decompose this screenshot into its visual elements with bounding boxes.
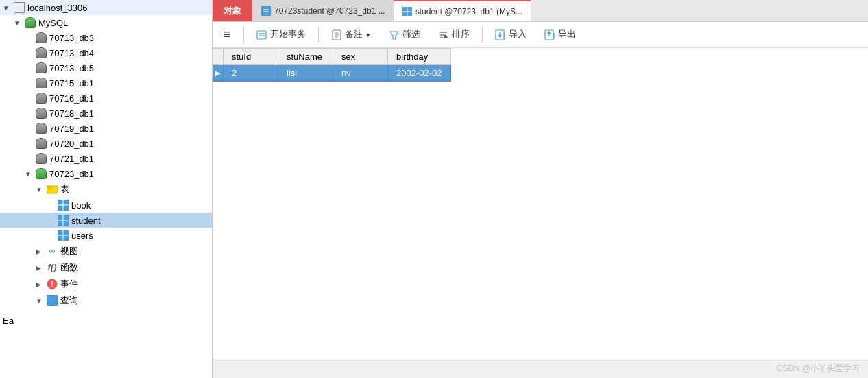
sort-label: 排序 xyxy=(452,29,470,40)
bottom-label: Ea xyxy=(3,316,14,326)
db-icon xyxy=(36,47,47,58)
db-icon xyxy=(36,153,47,164)
db-label: 70713_db3 xyxy=(49,33,94,43)
begin-tx-label: 开始事务 xyxy=(270,29,306,40)
views-label: 视图 xyxy=(60,245,78,257)
sort-button[interactable]: 排序 xyxy=(433,27,475,43)
cell-stuid[interactable]: 2 xyxy=(224,65,278,82)
db-label: 70720_db1 xyxy=(49,139,94,149)
db-label: 70716_db1 xyxy=(49,93,94,104)
sidebar-item-70716_db1[interactable]: ▶ 70716_db1 xyxy=(0,91,212,106)
db-label: 70713_db5 xyxy=(49,63,94,73)
arrow-icon: ▶ xyxy=(36,281,45,288)
sidebar-item-70720_db1[interactable]: ▶ 70720_db1 xyxy=(0,136,212,151)
table-tab-icon xyxy=(402,7,412,16)
sidebar-item-70713_db4[interactable]: ▶ 70713_db4 xyxy=(0,45,212,60)
export-button[interactable]: 导出 xyxy=(539,27,581,43)
sidebar-item-70719_db1[interactable]: ▶ 70719_db1 xyxy=(0,121,212,136)
separator-3 xyxy=(482,27,483,43)
col-sex-header: sex xyxy=(333,49,388,65)
svg-marker-34 xyxy=(498,35,502,38)
tab-query[interactable]: 70723student @70723_db1 ... xyxy=(253,0,394,21)
sidebar: ▼ localhost_3306 ▼ MySQL ▶ 70713_db3 ▶ 7… xyxy=(0,0,213,378)
sidebar-item-70713_db5[interactable]: ▶ 70713_db5 xyxy=(0,60,212,75)
export-label: 导出 xyxy=(558,29,576,40)
table-icon xyxy=(58,230,69,241)
import-button[interactable]: 导入 xyxy=(490,27,532,43)
arrow-icon: ▼ xyxy=(25,170,34,178)
tabs-bar: 对象 70723student @70723_db1 ... student @… xyxy=(213,0,868,22)
sidebar-item-server[interactable]: ▼ localhost_3306 xyxy=(0,0,212,15)
events-icon: ! xyxy=(47,279,58,290)
cell-sex[interactable]: nv xyxy=(333,65,388,82)
bottom-bar: CSDN @小丫头爱学习 xyxy=(213,359,868,378)
sidebar-item-funcs-folder[interactable]: ▶ f() 函数 xyxy=(0,259,212,276)
note-dropdown-icon: ▼ xyxy=(365,32,372,38)
cell-birthday[interactable]: 2002-02-02 xyxy=(388,65,451,82)
col-stuid-header: stuId xyxy=(224,49,278,65)
svg-rect-20 xyxy=(257,31,266,39)
sidebar-item-70721_db1[interactable]: ▶ 70721_db1 xyxy=(0,151,212,166)
db-label: 70721_db1 xyxy=(49,154,94,164)
cell-stuname[interactable]: lisi xyxy=(278,65,333,82)
arrow-icon: ▼ xyxy=(36,186,45,193)
tab-table-label: student @70723_db1 (MyS... xyxy=(415,7,522,16)
tab-table[interactable]: student @70723_db1 (MyS... xyxy=(394,0,531,21)
views-icon: ∞ xyxy=(47,246,58,257)
separator-2 xyxy=(318,27,319,43)
funcs-icon: f() xyxy=(47,262,58,273)
table-label: users xyxy=(71,231,93,241)
main-panel: 对象 70723student @70723_db1 ... student @… xyxy=(213,0,868,378)
separator-1 xyxy=(243,27,244,43)
sidebar-item-query-folder[interactable]: ▼ 查询 xyxy=(0,292,212,309)
server-label: localhost_3306 xyxy=(27,3,87,13)
query-icon xyxy=(47,295,58,306)
filter-label: 筛选 xyxy=(402,29,420,40)
sidebar-item-mysql[interactable]: ▼ MySQL xyxy=(0,15,212,30)
db-icon xyxy=(36,138,47,149)
db-label: 70723_db1 xyxy=(49,169,94,179)
query-tab-icon xyxy=(261,6,271,16)
tab-obj-label: 对象 xyxy=(224,5,241,17)
sidebar-item-table-book[interactable]: ▶ book xyxy=(0,198,212,213)
sidebar-item-views-folder[interactable]: ▶ ∞ 视图 xyxy=(0,243,212,259)
sort-icon xyxy=(438,29,449,40)
db-active-icon xyxy=(36,168,47,179)
begin-tx-icon xyxy=(256,29,267,40)
watermark-text: CSDN @小丫头爱学习 xyxy=(776,363,860,375)
db-icon xyxy=(36,123,47,134)
data-grid-container: stuId stuName sex birthday ▶ 2 lisi nv 2… xyxy=(213,48,868,359)
sidebar-item-table-student[interactable]: ▶ student xyxy=(0,213,212,228)
sidebar-item-table-users[interactable]: ▶ users xyxy=(0,228,212,243)
col-birthday-header: birthday xyxy=(388,49,451,65)
menu-button[interactable]: ≡ xyxy=(218,25,237,44)
sidebar-item-70715_db1[interactable]: ▶ 70715_db1 xyxy=(0,75,212,91)
sidebar-item-tables-folder[interactable]: ▼ 表 xyxy=(0,181,212,198)
col-stuname-header: stuName xyxy=(278,49,333,65)
tab-query-label: 70723student @70723_db1 ... xyxy=(274,6,385,16)
svg-rect-1 xyxy=(47,186,51,189)
note-button[interactable]: 备注 ▼ xyxy=(326,27,377,43)
db-icon xyxy=(36,93,47,104)
bottom-label-area: Ea xyxy=(0,309,212,328)
filter-icon xyxy=(389,29,400,40)
sidebar-item-events-folder[interactable]: ▶ ! 事件 xyxy=(0,276,212,292)
table-row[interactable]: ▶ 2 lisi nv 2002-02-02 xyxy=(213,65,451,82)
sidebar-item-70723_db1[interactable]: ▼ 70723_db1 xyxy=(0,166,212,181)
toolbar: ≡ 开始事务 备注 ▼ 筛选 xyxy=(213,22,868,48)
sidebar-item-70718_db1[interactable]: ▶ 70718_db1 xyxy=(0,106,212,121)
svg-text:!: ! xyxy=(51,281,53,288)
mysql-icon xyxy=(25,17,36,28)
filter-button[interactable]: 筛选 xyxy=(383,27,426,43)
import-label: 导入 xyxy=(509,29,527,40)
begin-tx-button[interactable]: 开始事务 xyxy=(251,27,311,43)
db-icon xyxy=(36,62,47,73)
note-icon xyxy=(331,29,342,40)
db-icon xyxy=(36,78,47,88)
data-grid: stuId stuName sex birthday ▶ 2 lisi nv 2… xyxy=(213,48,451,82)
tab-obj[interactable]: 对象 xyxy=(213,0,253,21)
arrow-icon: ▶ xyxy=(36,264,45,272)
row-indicator: ▶ xyxy=(213,65,224,82)
import-icon xyxy=(495,29,506,40)
sidebar-item-70713_db3[interactable]: ▶ 70713_db3 xyxy=(0,30,212,45)
